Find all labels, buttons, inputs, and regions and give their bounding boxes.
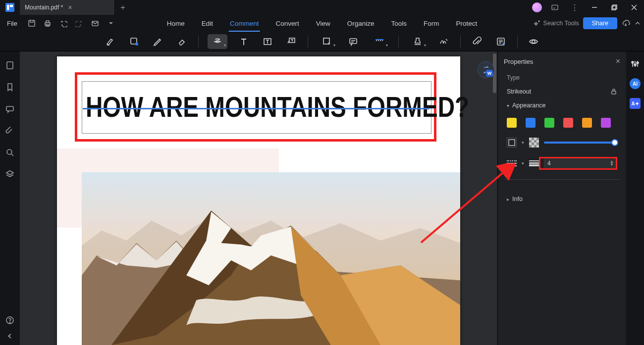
area-highlight-icon[interactable] <box>127 34 142 49</box>
help-icon[interactable] <box>5 315 15 325</box>
svg-point-25 <box>502 43 504 45</box>
layers-icon[interactable] <box>5 169 15 179</box>
collapse-up-icon[interactable] <box>634 20 641 27</box>
thickness-input[interactable]: 4 ▲▼ <box>544 157 617 169</box>
text-tool-icon[interactable] <box>236 34 251 49</box>
tab-home[interactable]: Home <box>166 15 186 32</box>
redo-icon[interactable] <box>75 19 84 28</box>
comments-list-icon[interactable] <box>493 34 508 49</box>
ai-assistant-icon[interactable]: AI <box>630 78 641 89</box>
word-badge-icon: W <box>486 70 493 77</box>
separator <box>460 36 461 48</box>
color-orange[interactable] <box>582 118 592 128</box>
notification-icon[interactable] <box>545 0 565 15</box>
thumbnails-icon[interactable] <box>5 60 15 70</box>
eraser-tool-icon[interactable] <box>174 34 189 49</box>
color-purple[interactable] <box>601 118 611 128</box>
quick-access <box>27 19 115 28</box>
collapse-left-icon[interactable] <box>5 331 15 341</box>
slider-thumb[interactable] <box>611 139 618 146</box>
info-header[interactable]: Info <box>507 196 617 202</box>
document-canvas[interactable]: HOW ARE MOUNTAINS FORMED? <box>20 51 497 345</box>
tab-comment[interactable]: Comment <box>229 15 260 32</box>
svg-rect-11 <box>46 21 49 23</box>
tab-organize[interactable]: Organize <box>346 15 376 32</box>
tab-protect[interactable]: Protect <box>455 15 479 32</box>
settings-sliders-icon[interactable] <box>630 58 641 69</box>
minimize-icon[interactable] <box>585 0 604 15</box>
line-thickness-icon[interactable] <box>529 160 539 166</box>
note-tool-icon[interactable]: ▾ <box>317 34 337 49</box>
color-red[interactable] <box>563 118 573 128</box>
annotations-icon[interactable] <box>5 104 15 114</box>
comment-tool-icon[interactable] <box>346 34 361 49</box>
mail-icon[interactable] <box>91 19 100 28</box>
search-icon[interactable] <box>5 148 15 157</box>
svg-point-40 <box>637 62 639 64</box>
thickness-value: 4 <box>547 160 551 167</box>
pdf-page: HOW ARE MOUNTAINS FORMED? <box>57 56 460 345</box>
pencil-tool-icon[interactable] <box>151 34 165 49</box>
separator <box>517 36 518 48</box>
convert-badge[interactable]: W <box>478 61 494 78</box>
opacity-row: ▾ <box>507 138 617 148</box>
stamp-tool-icon[interactable]: ▾ <box>408 34 428 49</box>
signature-tool-icon[interactable] <box>436 34 451 49</box>
save-icon[interactable] <box>27 19 36 28</box>
main-area: HOW ARE MOUNTAINS FORMED? <box>0 51 644 345</box>
text-box-icon[interactable] <box>260 34 275 49</box>
window-close-icon[interactable] <box>624 0 644 15</box>
color-yellow[interactable] <box>507 118 517 128</box>
measure-tool-icon[interactable]: ▾ <box>370 34 389 49</box>
page-heading: HOW ARE MOUNTAINS FORMED? <box>86 90 469 123</box>
user-avatar[interactable] <box>532 2 542 12</box>
undo-icon[interactable] <box>59 19 68 28</box>
new-tab-button[interactable]: ＋ <box>114 0 132 15</box>
bookmarks-icon[interactable] <box>5 82 15 92</box>
close-panel-icon[interactable]: × <box>616 57 620 66</box>
close-tab-icon[interactable]: × <box>68 3 72 11</box>
tab-form[interactable]: Form <box>423 15 440 32</box>
tab-convert[interactable]: Convert <box>274 15 300 32</box>
separator <box>198 36 199 48</box>
spinner-icons[interactable]: ▲▼ <box>610 160 614 166</box>
strikeout-tool-icon[interactable]: ▾ <box>208 34 227 49</box>
hide-comments-icon[interactable] <box>527 34 541 49</box>
type-row: Strikeout <box>507 88 617 95</box>
line-style-button[interactable] <box>507 160 517 166</box>
chevron-down-icon[interactable]: ▾ <box>522 161 524 166</box>
opacity-checker-icon <box>529 138 539 148</box>
qa-dropdown-icon[interactable] <box>107 19 115 28</box>
lock-icon[interactable] <box>610 88 617 95</box>
maximize-icon[interactable] <box>604 0 624 15</box>
svg-line-30 <box>11 154 13 156</box>
properties-header: Properties × <box>498 51 626 71</box>
svg-rect-21 <box>350 39 357 44</box>
color-blue[interactable] <box>526 118 536 128</box>
attachments-icon[interactable] <box>5 126 15 136</box>
file-menu[interactable]: File <box>4 18 20 29</box>
ai-enhance-icon[interactable]: A✦ <box>630 98 641 109</box>
left-sidebar <box>0 51 20 345</box>
svg-point-32 <box>9 322 10 323</box>
document-tab[interactable]: Mountain.pdf * × <box>20 0 114 15</box>
tab-edit[interactable]: Edit <box>201 15 214 32</box>
chevron-down-icon[interactable]: ▾ <box>522 140 524 145</box>
callout-icon[interactable] <box>284 34 299 49</box>
menu-right-tools: Search Tools Share <box>534 15 641 32</box>
attachment-tool-icon[interactable] <box>470 34 484 49</box>
tab-tools[interactable]: Tools <box>390 15 408 32</box>
cloud-sync-icon[interactable] <box>621 19 630 28</box>
more-icon[interactable]: ⋮ <box>565 0 585 15</box>
svg-rect-2 <box>10 5 13 7</box>
search-tools[interactable]: Search Tools <box>534 20 579 27</box>
color-green[interactable] <box>544 118 554 128</box>
tab-view[interactable]: View <box>315 15 331 32</box>
print-icon[interactable] <box>43 19 52 28</box>
fill-color-button[interactable] <box>507 138 517 148</box>
share-button[interactable]: Share <box>583 17 617 29</box>
menu-bar: File Home Edit Comment Convert View Orga… <box>0 15 644 32</box>
opacity-slider[interactable] <box>544 142 617 144</box>
highlight-tool-icon[interactable] <box>103 34 118 49</box>
appearance-header[interactable]: Appearance <box>507 102 617 109</box>
